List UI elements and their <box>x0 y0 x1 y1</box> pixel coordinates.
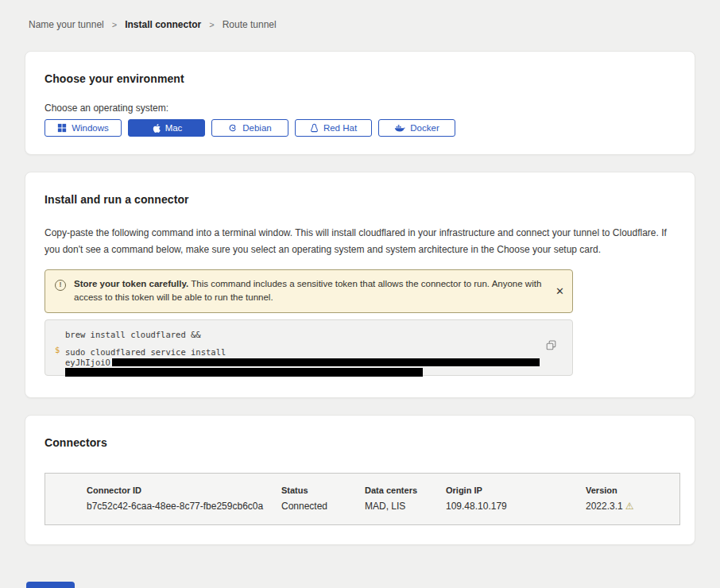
token-warning-banner: ! Store your token carefully. This comma… <box>45 269 573 313</box>
close-icon[interactable]: ✕ <box>555 286 564 296</box>
col-header-version: Version <box>586 485 679 495</box>
token-warning-title: Store your token carefully. <box>74 279 188 288</box>
os-button-mac[interactable]: Mac <box>128 119 205 137</box>
main-content: Choose your environment Choose an operat… <box>0 51 720 588</box>
install-description: Copy-paste the following command into a … <box>45 225 675 258</box>
col-header-origin-ip: Origin IP <box>446 485 586 495</box>
token-warning-text: Store your token carefully. This command… <box>74 277 548 305</box>
version-value: 2022.3.1 <box>586 501 623 512</box>
os-select-label: Choose an operating system: <box>45 103 675 114</box>
os-button-docker[interactable]: Docker <box>378 119 455 137</box>
col-header-connector-id: Connector ID <box>87 485 281 495</box>
os-button-label: Red Hat <box>323 123 357 133</box>
breadcrumb-route-tunnel[interactable]: Route tunnel <box>223 19 277 30</box>
cell-version: 2022.3.1⚠ <box>586 501 679 512</box>
docker-icon <box>394 124 405 133</box>
breadcrumb: Name your tunnel > Install connector > R… <box>0 0 720 51</box>
connectors-card: Connectors Connector ID Status Data cent… <box>25 415 695 545</box>
os-button-redhat[interactable]: Red Hat <box>295 119 372 137</box>
choose-environment-card: Choose your environment Choose an operat… <box>25 51 695 155</box>
token-redaction-bar <box>112 358 540 366</box>
shell-prompt: $ <box>55 345 60 354</box>
command-line-1: brew install cloudflared && <box>65 330 540 339</box>
command-line-2: sudo cloudflared service install <box>65 347 540 357</box>
col-header-data-centers: Data centers <box>365 485 446 495</box>
token-prefix: eyJhIjoiO <box>65 358 110 367</box>
token-redaction-bar <box>65 368 423 377</box>
connectors-title: Connectors <box>45 436 675 449</box>
redhat-icon <box>310 123 319 133</box>
install-command-codeblock: $ brew install cloudflared && sudo cloud… <box>45 319 573 376</box>
next-button[interactable]: Next <box>26 582 75 588</box>
version-warning-icon: ⚠ <box>625 501 634 512</box>
cell-status: Connected <box>281 501 365 512</box>
debian-icon <box>228 123 238 133</box>
os-button-label: Mac <box>165 123 183 133</box>
os-button-label: Docker <box>410 123 439 133</box>
cell-connector-id: b7c52c42-6caa-48ee-8c77-fbe259cb6c0a <box>87 501 281 512</box>
os-button-debian[interactable]: Debian <box>211 119 288 137</box>
connectors-table: Connector ID Status Data centers Origin … <box>45 473 680 525</box>
apple-icon <box>151 123 161 133</box>
cell-origin-ip: 109.48.10.179 <box>446 501 586 512</box>
os-button-label: Debian <box>242 123 271 133</box>
alert-circle-icon: ! <box>55 280 66 291</box>
install-connector-card: Install and run a connector Copy-paste t… <box>25 172 695 398</box>
install-connector-title: Install and run a connector <box>45 193 675 206</box>
choose-environment-title: Choose your environment <box>45 72 675 85</box>
col-header-status: Status <box>281 485 365 495</box>
breadcrumb-separator: > <box>112 20 117 29</box>
os-button-label: Windows <box>72 123 109 133</box>
breadcrumb-install-connector[interactable]: Install connector <box>125 19 201 30</box>
os-button-windows[interactable]: Windows <box>45 119 122 137</box>
breadcrumb-separator: > <box>209 20 214 29</box>
windows-icon <box>57 123 67 133</box>
copy-icon[interactable] <box>546 340 556 353</box>
cell-data-centers: MAD, LIS <box>365 501 446 512</box>
breadcrumb-name-your-tunnel[interactable]: Name your tunnel <box>29 19 104 30</box>
os-button-group: Windows Mac Debian Red Hat <box>45 119 675 137</box>
